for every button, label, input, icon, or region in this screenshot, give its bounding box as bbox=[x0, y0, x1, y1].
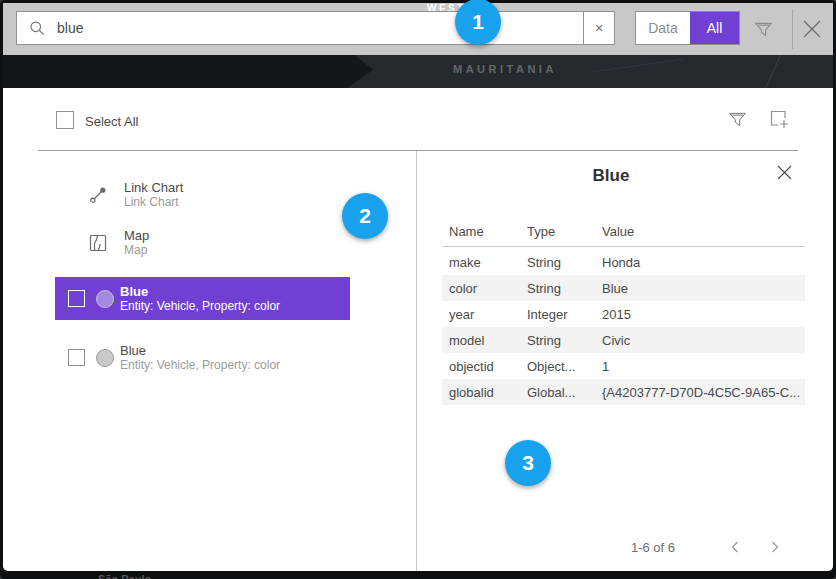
cell-value: Honda bbox=[595, 255, 805, 270]
search-toolbar: WESTER × Data All bbox=[3, 3, 833, 55]
toolbar-divider bbox=[792, 9, 793, 49]
annotation-step-2: 2 bbox=[342, 193, 388, 239]
panel-header: Select All bbox=[3, 88, 833, 150]
map-border-line bbox=[593, 59, 682, 73]
cell-value: {A4203777-D70D-4C5C-9A65-C... bbox=[595, 385, 805, 400]
map-icon bbox=[88, 233, 108, 253]
link-chart-icon bbox=[88, 185, 108, 205]
entity-circle-icon bbox=[96, 349, 114, 367]
map-border-line bbox=[762, 55, 782, 88]
result-subtitle: Map bbox=[124, 243, 149, 258]
detail-close-icon[interactable] bbox=[776, 164, 793, 185]
app-window: WESTER × Data All MAURITANIA bbox=[0, 0, 836, 579]
next-page-icon[interactable] bbox=[761, 537, 789, 557]
search-box: × bbox=[16, 11, 615, 45]
select-all-label: Select All bbox=[85, 114, 138, 129]
table-row: model String Civic bbox=[442, 327, 805, 353]
result-item-blue-selected[interactable]: Blue Entity: Vehicle, Property: color bbox=[55, 277, 350, 320]
result-title: Blue bbox=[120, 343, 280, 358]
map-background: MAURITANIA bbox=[3, 55, 833, 88]
panel-body: Link Chart Link Chart Map Map bbox=[3, 151, 833, 571]
cell-type: Integer bbox=[520, 307, 595, 322]
pagination: 1-6 of 6 bbox=[631, 537, 789, 557]
search-results-panel: Select All Lin bbox=[3, 88, 833, 571]
column-header-name: Name bbox=[442, 224, 520, 239]
table-row: make String Honda bbox=[442, 249, 805, 275]
detail-title: Blue bbox=[417, 166, 833, 186]
result-title: Blue bbox=[120, 284, 280, 299]
cell-type: String bbox=[520, 333, 595, 348]
data-all-toggle: Data All bbox=[635, 11, 740, 45]
result-subtitle: Entity: Vehicle, Property: color bbox=[120, 299, 280, 314]
filter-icon[interactable] bbox=[753, 19, 774, 44]
toggle-option-data[interactable]: Data bbox=[636, 12, 690, 44]
result-subtitle: Link Chart bbox=[124, 195, 183, 210]
result-subtitle: Entity: Vehicle, Property: color bbox=[120, 358, 280, 373]
table-row: objectid Object... 1 bbox=[442, 353, 805, 379]
search-icon bbox=[29, 20, 46, 37]
search-input[interactable] bbox=[55, 19, 583, 37]
table-row: color String Blue bbox=[442, 275, 805, 301]
result-checkbox[interactable] bbox=[68, 349, 85, 366]
cell-name: make bbox=[442, 255, 520, 270]
cell-name: year bbox=[442, 307, 520, 322]
properties-table: Name Type Value make String Honda color … bbox=[442, 216, 805, 405]
detail-panel: Blue Name Type Value make String Honda bbox=[417, 151, 833, 571]
result-item-blue[interactable]: Blue Entity: Vehicle, Property: color bbox=[55, 336, 350, 379]
result-item-link-chart[interactable]: Link Chart Link Chart bbox=[55, 177, 350, 213]
entity-circle-icon bbox=[96, 290, 114, 308]
map-label-sao-paulo: São Paulo bbox=[98, 573, 151, 579]
cell-type: String bbox=[520, 255, 595, 270]
column-header-type: Type bbox=[520, 224, 595, 239]
table-row: globalid Global... {A4203777-D70D-4C5C-9… bbox=[442, 379, 805, 405]
toggle-option-all[interactable]: All bbox=[690, 12, 739, 44]
table-header-row: Name Type Value bbox=[442, 216, 805, 247]
cell-type: Object... bbox=[520, 359, 595, 374]
cell-value: Blue bbox=[595, 281, 805, 296]
map-bottom-strip: São Paulo bbox=[3, 571, 833, 579]
clear-search-button[interactable]: × bbox=[583, 12, 614, 44]
select-all-checkbox[interactable] bbox=[56, 111, 74, 129]
cell-name: color bbox=[442, 281, 520, 296]
map-label-mauritania: MAURITANIA bbox=[453, 63, 557, 75]
column-header-value: Value bbox=[595, 224, 805, 239]
cell-value: 2015 bbox=[595, 307, 805, 322]
map-ocean-area bbox=[3, 55, 373, 88]
annotation-step-1: 1 bbox=[455, 0, 501, 45]
cell-name: objectid bbox=[442, 359, 520, 374]
cell-name: model bbox=[442, 333, 520, 348]
result-checkbox[interactable] bbox=[68, 290, 85, 307]
cell-name: globalid bbox=[442, 385, 520, 400]
add-to-selection-icon[interactable] bbox=[769, 109, 790, 134]
pagination-range-label: 1-6 of 6 bbox=[631, 540, 675, 555]
cell-value: 1 bbox=[595, 359, 805, 374]
result-title: Link Chart bbox=[124, 180, 183, 195]
close-search-icon[interactable] bbox=[801, 18, 823, 44]
cell-value: Civic bbox=[595, 333, 805, 348]
annotation-step-3: 3 bbox=[505, 440, 551, 486]
cell-type: Global... bbox=[520, 385, 595, 400]
result-title: Map bbox=[124, 228, 149, 243]
cell-type: String bbox=[520, 281, 595, 296]
previous-page-icon[interactable] bbox=[721, 537, 749, 557]
table-row: year Integer 2015 bbox=[442, 301, 805, 327]
results-filter-icon[interactable] bbox=[727, 109, 748, 134]
result-item-map[interactable]: Map Map bbox=[55, 225, 350, 261]
